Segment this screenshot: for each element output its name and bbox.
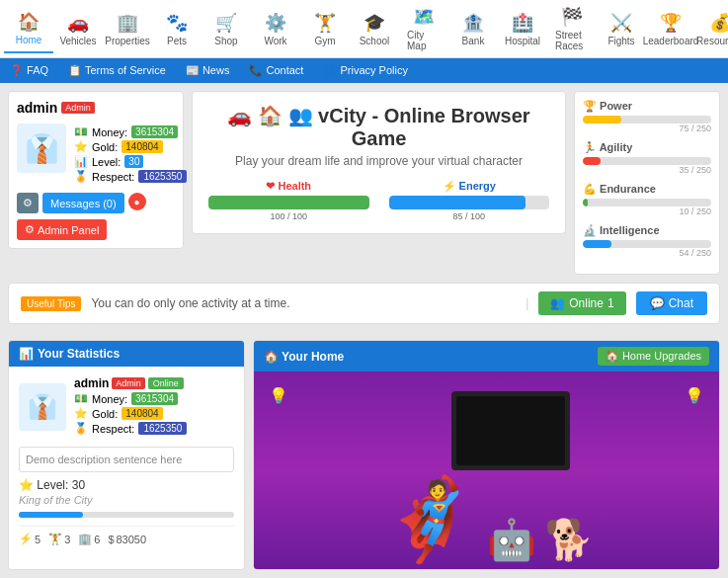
health-bar-track	[208, 196, 369, 209]
dollar-stat-icon: $	[108, 534, 114, 545]
properties-icon: 🏢	[117, 12, 138, 34]
energy-bar-group: ⚡ Energy 85 / 100	[389, 180, 550, 221]
admin-badge: Admin	[61, 102, 95, 114]
main-character: 🦸	[380, 480, 479, 559]
username: admin	[17, 100, 57, 116]
stat-online-badge: Online	[148, 377, 184, 389]
bottom-row: 📊 Your Statistics 👔 admin Admin Online 💵…	[0, 340, 728, 578]
bottom-stat-2: 🏢 6	[78, 533, 100, 545]
stat-gold: ⭐ Gold: 140804	[74, 407, 187, 420]
gym-stat-icon: 🏋️	[48, 533, 62, 545]
nav-vehicles[interactable]: 🚗 Vehicles	[53, 6, 103, 52]
dog-character: 🐕	[544, 520, 594, 559]
endurance-value: 10 / 250	[583, 206, 711, 216]
respect-icon: 🏅	[74, 170, 88, 183]
nav-fights[interactable]: ⚔️ Fights	[597, 6, 646, 52]
stat-gold-value: 140804	[121, 407, 162, 420]
privacy-link[interactable]: 👤 Privacy Policy	[323, 64, 408, 77]
left-panel: admin Admin 👔 💵 Money: 3615304 ⭐ Gold: 1…	[8, 91, 184, 275]
nav-bank[interactable]: 🏦 Bank	[448, 6, 498, 52]
nav-city-map[interactable]: 🗺️ City Map	[399, 0, 448, 57]
chat-icon: 💬	[650, 296, 665, 310]
tos-link[interactable]: 📋 Terms of Service	[68, 64, 166, 77]
stat-admin-badge: Admin	[112, 377, 145, 389]
bottom-stat-3: $ 83050	[108, 534, 146, 545]
game-header: 🚗 🏠 👥 vCity - Online Browser Game Play y…	[192, 91, 566, 234]
game-title: 🚗 🏠 👥 vCity - Online Browser Game	[208, 104, 549, 150]
respect-value: 1625350	[138, 170, 187, 183]
health-bar-group: ❤ Health 100 / 100	[208, 180, 369, 221]
stats-chart-icon: 📊	[19, 347, 34, 361]
center-panel: 🚗 🏠 👥 vCity - Online Browser Game Play y…	[192, 91, 566, 275]
faq-link[interactable]: ❓ FAQ	[10, 64, 48, 77]
settings-button[interactable]: ⚙	[17, 193, 39, 213]
user-card: admin Admin 👔 💵 Money: 3615304 ⭐ Gold: 1…	[8, 91, 184, 249]
stat-badges: admin Admin Online	[74, 376, 187, 390]
home-upgrade-button[interactable]: 🏠 Home Upgrades	[598, 347, 709, 366]
health-label: ❤ Health	[208, 180, 369, 193]
news-link[interactable]: 📰 News	[186, 64, 230, 77]
stat-money: 💵 Money: 3615304	[74, 392, 187, 405]
notification-dot[interactable]: ●	[128, 193, 146, 210]
pets-icon: 🐾	[166, 12, 188, 34]
agility-bar-track	[583, 157, 711, 165]
nav-pets[interactable]: 🐾 Pets	[152, 6, 202, 52]
robot-character: 🤖	[487, 520, 536, 559]
street-races-icon: 🏁	[561, 6, 583, 28]
stat-gold-icon: ⭐	[74, 407, 88, 420]
stat-level-row: ⭐ Level: 30	[19, 478, 234, 492]
gold-value: 140804	[121, 140, 162, 153]
nav-properties[interactable]: 🏢 Properties	[103, 6, 152, 52]
nav-leaderboard[interactable]: 🏆 Leaderboard	[646, 6, 695, 52]
intelligence-label: 🔬 Intelligence	[583, 224, 711, 237]
user-stats: 💵 Money: 3615304 ⭐ Gold: 140804 📊 Level:…	[74, 124, 187, 185]
health-bar-fill	[208, 196, 369, 209]
secondary-nav: ❓ FAQ 📋 Terms of Service 📰 News 📞 Contac…	[0, 58, 728, 83]
home-panel: 🏠 Your Home 🏠 Home Upgrades 💡 💡 🦸 🤖 🐕	[253, 340, 720, 570]
stat-level-star: ⭐	[19, 478, 34, 492]
energy-bar-fill	[389, 196, 526, 209]
right-panel: 🏆 Power 75 / 250 🏃 Agility 35 / 250 💪 En…	[574, 91, 720, 275]
nav-shop[interactable]: 🛒 Shop	[202, 6, 251, 52]
nav-resources[interactable]: 💰 Resources	[695, 6, 728, 52]
power-label: 🏆 Power	[583, 100, 711, 113]
contact-link[interactable]: 📞 Contact	[249, 64, 303, 77]
nav-work[interactable]: ⚙️ Work	[251, 6, 300, 52]
leaderboard-icon: 🏆	[660, 12, 682, 34]
admin-panel-button[interactable]: ⚙ Admin Panel	[17, 219, 107, 240]
lamp-left-icon: 💡	[269, 386, 288, 405]
gold-row: ⭐ Gold: 140804	[74, 140, 187, 153]
stat-user-info: admin Admin Online 💵 Money: 3615304 ⭐ Go…	[74, 376, 187, 437]
power-bar-fill	[583, 116, 621, 124]
nav-home[interactable]: 🏠 Home	[4, 5, 53, 53]
chat-button[interactable]: 💬 Chat	[636, 291, 707, 315]
level-bar-track	[19, 512, 234, 518]
messages-button[interactable]: Messages (0)	[42, 193, 124, 213]
bottom-stat-0: ⚡ 5	[19, 533, 40, 545]
stat-user-row: 👔 admin Admin Online 💵 Money: 3615304	[19, 376, 234, 437]
stats-panel: 📊 Your Statistics 👔 admin Admin Online 💵…	[8, 340, 245, 570]
fights-icon: ⚔️	[610, 12, 632, 34]
level-bar-fill	[19, 512, 83, 518]
level-value: 30	[124, 155, 143, 168]
people-icon: 👥	[550, 296, 565, 310]
intelligence-value: 54 / 250	[583, 248, 711, 258]
money-value: 3615304	[131, 125, 178, 138]
nav-hospital[interactable]: 🏥 Hospital	[498, 6, 547, 52]
endurance-stat: 💪 Endurance 10 / 250	[583, 183, 711, 216]
energy-stat-icon: ⚡	[19, 533, 33, 545]
nav-street-races[interactable]: 🏁 Street Races	[547, 0, 597, 57]
nav-gym[interactable]: 🏋️ Gym	[300, 6, 350, 52]
notif-bar: Useful Tips You can do only one activity…	[8, 283, 720, 324]
energy-bar-track	[389, 196, 550, 209]
user-actions: ⚙ Messages (0) ●	[17, 193, 175, 213]
online-button[interactable]: 👥 Online 1	[538, 291, 625, 315]
stat-respect-value: 1625350	[138, 422, 187, 435]
stat-details: 💵 Money: 3615304 ⭐ Gold: 140804 🏅 Respec…	[74, 392, 187, 435]
level-icon: 📊	[74, 155, 88, 168]
intelligence-stat: 🔬 Intelligence 54 / 250	[583, 224, 711, 258]
bottom-stats: ⚡ 5 🏋️ 3 🏢 6 $ 83050	[19, 526, 234, 545]
respect-row: 🏅 Respect: 1625350	[74, 170, 187, 183]
building-stat-icon: 🏢	[78, 533, 92, 545]
nav-school[interactable]: 🎓 School	[350, 6, 399, 52]
